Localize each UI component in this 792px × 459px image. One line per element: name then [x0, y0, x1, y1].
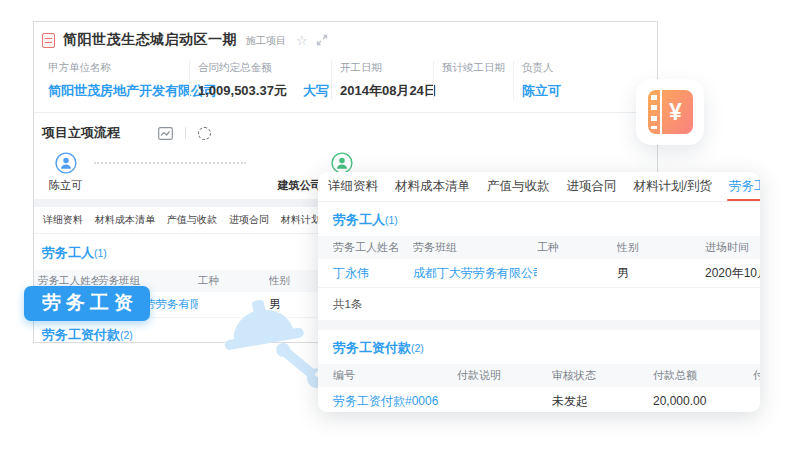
- yen-ledger-icon: ¥: [648, 90, 693, 134]
- flow-start-name: 陈立可: [49, 178, 82, 193]
- column-header: 付: [753, 368, 760, 383]
- payments-heading-text: 劳务工资付款: [42, 327, 120, 342]
- column-header: 性别: [617, 240, 705, 255]
- tab-labor-workers[interactable]: 劳务工人: [726, 172, 760, 201]
- tab-purchase-contracts[interactable]: 进项合同: [226, 207, 272, 233]
- workers-table-head: 劳务工人姓名 劳务班组 工种 性别 进场时间: [318, 236, 760, 259]
- start-date-value: 2014年08月24日: [340, 82, 425, 100]
- divider: [185, 127, 186, 139]
- tab-details[interactable]: 详细资料: [325, 172, 381, 201]
- field-expected-finish-date: 预计竣工日期: [433, 61, 513, 100]
- project-type-tag: 施工项目: [246, 34, 286, 48]
- amount-cell: 20,000.00: [653, 394, 753, 408]
- payments-table-head: 编号 付款说明 审核状态 付款总额 付: [318, 364, 760, 387]
- payments-count: (2): [411, 342, 424, 354]
- column-header: 付款说明: [457, 368, 552, 383]
- field-start-date: 开工日期 2014年08月24日: [331, 61, 433, 100]
- project-fields-row: 甲方单位名称 简阳世茂房地产开发有限公司 合同约定总金额 1,009,503.3…: [34, 51, 657, 112]
- tab-material-cost[interactable]: 材料成本清单: [92, 207, 158, 233]
- column-header: 劳务工人姓名: [333, 240, 413, 255]
- person-avatar-icon: [331, 152, 353, 174]
- field-label: 甲方单位名称: [48, 61, 181, 75]
- contract-amount-value: 1,009,503.37元大写: [198, 82, 323, 100]
- labor-team-link[interactable]: 成都丁大劳劳务有限公司: [413, 265, 537, 282]
- entry-date-cell: 2020年10月: [705, 265, 760, 282]
- tab-output-receipts[interactable]: 产值与收款: [484, 172, 553, 201]
- project-title: 简阳世茂生态城启动区一期: [63, 31, 237, 49]
- wage-ledger-card: ¥: [636, 79, 704, 145]
- page: 简阳世茂生态城启动区一期 施工项目 ☆ 甲方单位名称 简阳世茂房地产开发有限公司: [0, 0, 792, 459]
- ledger-binding-decoration: [651, 95, 657, 129]
- payment-id-link[interactable]: 劳务工资付款#0006: [333, 393, 457, 410]
- window-title-bar: 简阳世茂生态城启动区一期 施工项目 ☆: [34, 22, 657, 51]
- payments-count: (2): [120, 329, 133, 341]
- dotted-connector: [94, 162, 246, 164]
- workers-heading-text: 劳务工人: [42, 245, 94, 260]
- payments-table-body: 劳务工资付款#0006 未发起 20,000.00: [318, 387, 760, 412]
- labor-workers-panel: 详细资料 材料成本清单 产值与收款 进项合同 材料计划/到货 劳务工人 劳务工人…: [318, 172, 760, 412]
- flow-section-title: 项目立项流程: [42, 124, 120, 142]
- panel-tab-bar: 详细资料 材料成本清单 产值与收款 进项合同 材料计划/到货 劳务工人: [318, 172, 760, 202]
- column-header: 审核状态: [552, 368, 653, 383]
- workers-count: (1): [385, 214, 398, 226]
- uppercase-amount-link[interactable]: 大写: [303, 83, 329, 98]
- field-owner-company: 甲方单位名称 简阳世茂房地产开发有限公司: [40, 61, 189, 100]
- flow-start-node[interactable]: 陈立可: [49, 152, 82, 193]
- person-avatar-icon: [55, 152, 77, 174]
- total-count: 共1条: [318, 288, 760, 320]
- section-separator: [318, 320, 760, 330]
- column-header: 编号: [333, 368, 457, 383]
- table-row[interactable]: 劳务工资付款#0006 未发起 20,000.00: [318, 387, 760, 412]
- column-header: 工种: [198, 274, 269, 288]
- payments-heading-text: 劳务工资付款: [333, 340, 411, 355]
- field-label: 合同约定总金额: [198, 61, 323, 75]
- column-header: 劳务班组: [413, 240, 537, 255]
- flowchart-icon[interactable]: [158, 127, 173, 140]
- tab-details[interactable]: 详细资料: [40, 207, 86, 233]
- column-header: 付款总额: [653, 368, 753, 383]
- workers-heading: 劳务工人(1): [318, 202, 760, 236]
- tab-material-plan[interactable]: 材料计划/到货: [631, 172, 715, 201]
- table-cell: 男: [617, 265, 705, 282]
- field-contract-amount: 合同约定总金额 1,009,503.37元大写: [189, 61, 331, 100]
- amount-text: 1,009,503.37元: [198, 83, 287, 98]
- wage-label-badge: 劳务工资: [24, 286, 150, 321]
- payments-heading: 劳务工资付款(2): [318, 330, 760, 364]
- tab-output-receipts[interactable]: 产值与收款: [164, 207, 220, 233]
- favorite-star-icon[interactable]: ☆: [296, 34, 308, 47]
- column-header: 工种: [537, 240, 617, 255]
- manager-link[interactable]: 陈立可: [522, 82, 649, 100]
- owner-company-link[interactable]: 简阳世茂房地产开发有限公司: [48, 82, 181, 100]
- worker-name-link[interactable]: 丁永伟: [333, 265, 413, 282]
- field-label: 预计竣工日期: [442, 61, 505, 75]
- yen-symbol: ¥: [669, 99, 682, 126]
- field-label: 开工日期: [340, 61, 425, 75]
- column-header: 进场时间: [705, 240, 760, 255]
- workers-table-body: 丁永伟 成都丁大劳劳务有限公司 男 2020年10月: [318, 259, 760, 288]
- refresh-status-icon[interactable]: [198, 127, 211, 140]
- divider: [660, 90, 662, 134]
- tab-purchase-contracts[interactable]: 进项合同: [564, 172, 620, 201]
- workers-heading-text: 劳务工人: [333, 212, 385, 227]
- field-label: 负责人: [522, 61, 649, 75]
- review-status-cell: 未发起: [552, 393, 653, 410]
- document-icon: [42, 33, 55, 48]
- workers-count: (1): [94, 247, 107, 259]
- tab-material-cost[interactable]: 材料成本清单: [392, 172, 473, 201]
- table-row[interactable]: 丁永伟 成都丁大劳劳务有限公司 男 2020年10月: [318, 259, 760, 288]
- expand-icon[interactable]: [316, 34, 328, 46]
